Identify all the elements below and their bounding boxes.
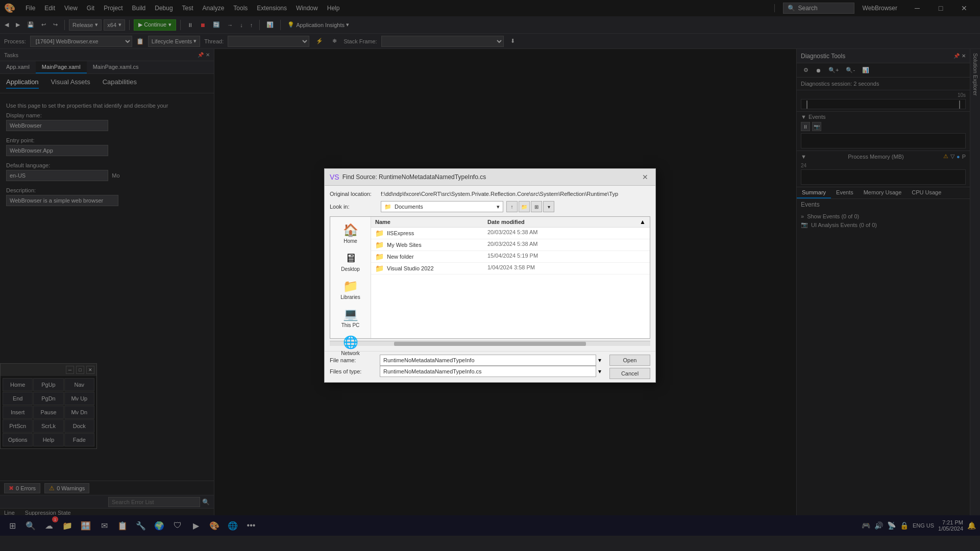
filetype-row: Files of type: ▾ [330,366,601,377]
filetype-select[interactable] [380,366,596,377]
lookin-value: Documents [395,204,423,210]
sort-icon: ▲ [640,218,646,226]
dialog-close-button[interactable]: ✕ [640,172,650,182]
file-list: Name Date modified ▲ 📁 IISExpress 20/03/… [371,217,650,338]
file-row-newfolder[interactable]: 📁 New folder 15/04/2024 5:19 PM [371,251,650,263]
scrollbar-thumb [394,342,586,346]
libraries-icon: 📁 [343,279,358,293]
filename-input[interactable] [380,355,596,366]
file-name-vs2022: 📁 Visual Studio 2022 [375,264,487,272]
file-row-iisexpress[interactable]: 📁 IISExpress 20/03/2024 5:38 AM [371,228,650,239]
filename-row: File name: ▾ [330,355,601,366]
dialog-title-label: Find Source: RuntimeNoMetadataNamedTypeI… [342,173,486,181]
file-browser: 🏠 Home 🖥 Desktop 📁 Libraries 💻 This PC [330,216,650,339]
file-date-vs: 1/04/2024 3:58 PM [487,264,535,272]
file-row-vs2022[interactable]: 📁 Visual Studio 2022 1/04/2024 3:58 PM [371,263,650,274]
col-name: Name [375,219,487,225]
nav-desktop[interactable]: 🖥 Desktop [333,249,369,274]
nav-thispc[interactable]: 💻 This PC [333,305,369,330]
nav-libraries[interactable]: 📁 Libraries [333,277,369,302]
home-label: Home [344,238,357,244]
folder-icon-new: 📁 [375,253,384,261]
lookin-buttons: ↑ 📁 ⊞ ▾ [506,201,554,212]
dialog-actions: Open Cancel [605,355,650,379]
dialog-footer: File name: ▾ Files of type: ▾ [325,351,655,382]
filetype-label: Files of type: [330,368,376,374]
folder-icon-web: 📁 [375,241,384,249]
file-label-web: My Web Sites [387,242,422,248]
file-row-mywebsites[interactable]: 📁 My Web Sites 20/03/2024 5:38 AM [371,239,650,251]
desktop-icon: 🖥 [345,251,357,265]
file-name-newfolder: 📁 New folder [375,253,487,261]
file-label-iis: IISExpress [387,230,414,236]
open-button[interactable]: Open [609,355,650,366]
libraries-label: Libraries [340,294,360,300]
lookin-chevron: ▾ [497,204,500,210]
filename-label: File name: [330,357,376,363]
file-date-web: 20/03/2024 5:38 AM [487,241,537,249]
col-date: Date modified [487,219,525,225]
thispc-label: This PC [341,322,360,328]
original-location-value: f:\dd\ndp\fxcore\CoreRT\src\System.Priva… [381,191,650,197]
cancel-button[interactable]: Cancel [609,368,650,379]
folder-icon-iis: 📁 [375,229,384,237]
filename-chevron[interactable]: ▾ [598,357,601,364]
file-name-mywebsites: 📁 My Web Sites [375,241,487,249]
original-location-label: Original location: [330,191,381,197]
file-date-new: 15/04/2024 5:19 PM [487,253,538,261]
folder-icon-vs: 📁 [375,264,384,272]
lookin-create-btn[interactable]: 📁 [519,201,530,212]
horizontal-scrollbar[interactable] [330,341,650,346]
lookin-row: Look in: 📁 Documents ▾ ↑ 📁 ⊞ ▾ [330,201,650,212]
nav-home[interactable]: 🏠 Home [333,221,369,246]
file-label-vs: Visual Studio 2022 [387,265,434,271]
lookin-label: Look in: [330,204,381,210]
file-header: Name Date modified [375,219,640,225]
dialog-title-bar: VS Find Source: RuntimeNoMetadataNamedTy… [325,169,655,186]
lookin-options-btn[interactable]: ▾ [543,201,554,212]
desktop-label: Desktop [341,266,360,272]
file-name-iisexpress: 📁 IISExpress [375,229,487,237]
file-browser-sidebar: 🏠 Home 🖥 Desktop 📁 Libraries 💻 This PC [330,217,371,338]
lookin-select[interactable]: 📁 Documents ▾ [381,201,503,212]
thispc-icon: 💻 [343,307,358,321]
network-icon: 🌐 [343,335,358,349]
home-icon: 🏠 [343,223,358,237]
folder-icon-lookin: 📁 [384,204,391,210]
dialog-title-text: VS Find Source: RuntimeNoMetadataNamedTy… [330,173,486,181]
lookin-views-btn[interactable]: ⊞ [531,201,542,212]
file-label-new: New folder [387,254,414,260]
file-date-iis: 20/03/2024 5:38 AM [487,229,537,237]
dialog-body: Original location: f:\dd\ndp\fxcore\Core… [325,186,655,351]
original-location-row: Original location: f:\dd\ndp\fxcore\Core… [330,191,650,197]
lookin-up-btn[interactable]: ↑ [506,201,518,212]
find-source-dialog: VS Find Source: RuntimeNoMetadataNamedTy… [324,168,656,383]
dialog-vs-icon: VS [330,173,339,181]
dialog-overlay: VS Find Source: RuntimeNoMetadataNamedTy… [0,0,980,551]
filetype-chevron[interactable]: ▾ [598,368,601,375]
